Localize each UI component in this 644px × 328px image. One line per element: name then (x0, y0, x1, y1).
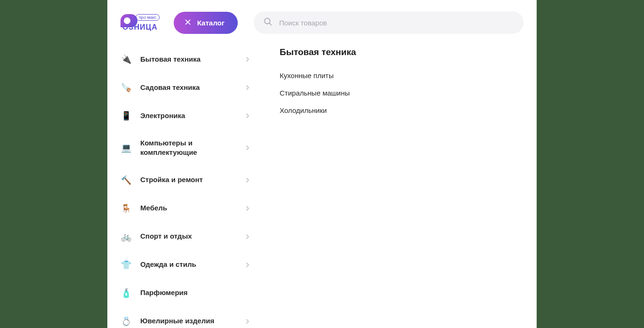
catalog-button-label: Каталог (197, 19, 225, 27)
chevron-right-icon (244, 205, 251, 212)
subcategory-item[interactable]: Холодильники (280, 102, 356, 119)
sports-icon: 🚲 (121, 231, 132, 242)
category-label: Компьютеры и комплектующие (140, 138, 235, 158)
category-label: Садовая техника (140, 83, 235, 92)
category-label: Бытовая техника (140, 55, 235, 64)
catalog-button[interactable]: Каталог (174, 12, 238, 34)
categories-column: 🔌 Бытовая техника 🪚 Садовая техника 📱 Эл… (121, 45, 257, 328)
computer-icon: 💻 (121, 142, 132, 153)
subcategory-item[interactable]: Кухонные плиты (280, 67, 356, 84)
tools-icon: 🔨 (121, 175, 132, 186)
jewelry-icon: 💍 (121, 316, 132, 327)
header: про макс ОЗНИЦА Каталог (107, 11, 537, 45)
chevron-right-icon (244, 176, 251, 184)
search-icon (263, 17, 279, 28)
chevron-right-icon (244, 233, 251, 240)
garden-icon: 🪚 (121, 82, 132, 93)
catalog-body: 🔌 Бытовая техника 🪚 Садовая техника 📱 Эл… (107, 45, 537, 328)
logo-mark (121, 14, 137, 31)
category-item-electronics[interactable]: 📱 Электроника (121, 102, 257, 130)
chevron-right-icon (244, 318, 251, 325)
category-item-perfume[interactable]: 🧴 Парфюмерия (121, 279, 257, 307)
category-item-computers[interactable]: 💻 Компьютеры и комплектующие (121, 130, 257, 166)
electronics-icon: 📱 (121, 110, 132, 121)
logo[interactable]: про макс ОЗНИЦА (121, 11, 158, 34)
appliance-icon: 🔌 (121, 54, 132, 65)
chevron-right-icon (244, 84, 251, 91)
clothing-icon: 👕 (121, 259, 132, 271)
furniture-icon: 🪑 (121, 203, 132, 214)
category-label: Мебель (140, 203, 235, 213)
chevron-right-icon (244, 112, 251, 120)
search-input[interactable] (279, 19, 514, 27)
chevron-right-icon (244, 261, 251, 269)
category-label: Ювелирные изделия (140, 316, 235, 326)
subcategory-item[interactable]: Стиральные машины (280, 84, 356, 102)
subcategory-title: Бытовая техника (280, 47, 356, 57)
category-label: Спорт и отдых (140, 232, 235, 241)
category-item-clothing[interactable]: 👕 Одежда и стиль (121, 251, 257, 279)
category-label: Одежда и стиль (140, 260, 235, 269)
chevron-right-icon (244, 144, 251, 152)
category-label: Электроника (140, 111, 235, 120)
category-item-construction[interactable]: 🔨 Стройка и ремонт (121, 166, 257, 194)
perfume-icon: 🧴 (121, 288, 132, 299)
category-item-furniture[interactable]: 🪑 Мебель (121, 194, 257, 223)
category-item-jewelry[interactable]: 💍 Ювелирные изделия (121, 307, 257, 328)
close-icon (184, 18, 192, 27)
logo-badge: про макс (136, 14, 160, 21)
category-item-appliances[interactable]: 🔌 Бытовая техника (121, 45, 257, 73)
chevron-right-icon (244, 56, 251, 63)
category-label: Парфюмерия (140, 288, 251, 297)
subcategories-column: Бытовая техника Кухонные плиты Стиральны… (257, 45, 356, 328)
search-wrapper[interactable] (254, 11, 523, 34)
category-item-garden[interactable]: 🪚 Садовая техника (121, 73, 257, 102)
category-item-sports[interactable]: 🚲 Спорт и отдых (121, 223, 257, 251)
svg-line-3 (269, 23, 272, 25)
page-wrapper: про макс ОЗНИЦА Каталог 🔌 Бытовая техник… (107, 0, 537, 328)
category-label: Стройка и ремонт (140, 175, 235, 184)
